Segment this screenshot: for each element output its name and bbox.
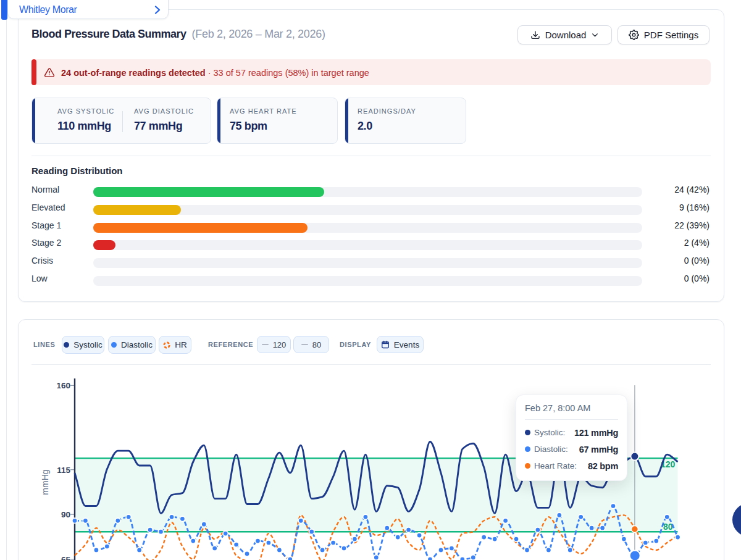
- svg-text:160: 160: [56, 381, 70, 390]
- svg-text:80: 80: [663, 522, 673, 532]
- svg-text:115: 115: [57, 466, 70, 475]
- svg-text:65: 65: [61, 555, 71, 560]
- svg-text:mmHg: mmHg: [40, 469, 50, 495]
- svg-text:90: 90: [61, 510, 70, 519]
